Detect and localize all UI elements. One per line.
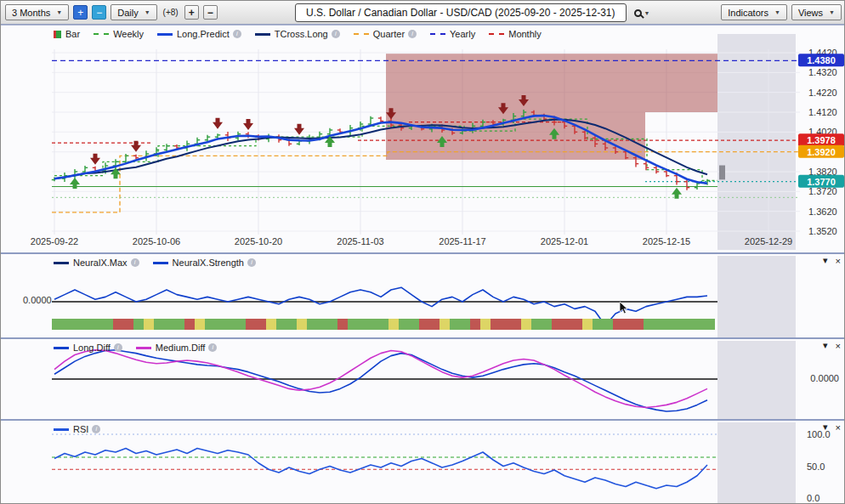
info-icon[interactable]: i <box>92 425 100 433</box>
views-button[interactable]: Views ▼ <box>791 4 842 20</box>
strength-strip-segment <box>195 319 205 330</box>
strength-strip-segment <box>450 319 470 330</box>
long-diff-line <box>54 350 707 411</box>
legend-label: Monthly <box>508 29 542 39</box>
legend-item-long-diff[interactable]: Long.Diffi <box>54 343 122 353</box>
legend-item-medium-diff[interactable]: Medium.Diffi <box>136 343 217 353</box>
strength-strip-segment <box>307 319 337 330</box>
legend-label: NeuralX.Strength <box>173 258 244 268</box>
legend-item-quarter[interactable]: Quarteri <box>354 29 417 39</box>
line-swatch-icon <box>354 33 369 35</box>
legend-label: Yearly <box>450 29 475 39</box>
date-axis-label: 2025-11-17 <box>439 236 485 246</box>
price-chart-panel: 1.44201.43201.42201.41201.40201.39201.38… <box>1 25 845 252</box>
forecast-band <box>717 34 796 250</box>
panel-controls: ▾ × <box>823 422 841 433</box>
chevron-down-icon: ▼ <box>56 9 62 15</box>
toolbar-left-group: 3 Months ▼ + − Daily ▼ (+8) + − <box>5 4 218 20</box>
line-swatch-icon <box>54 347 69 349</box>
strength-strip-segment <box>266 319 276 330</box>
price-chart[interactable]: 1.44201.43201.42201.41201.40201.39201.38… <box>1 25 845 253</box>
panel-collapse-button[interactable]: ▾ <box>823 422 828 433</box>
range-select[interactable]: 3 Months ▼ <box>5 4 69 20</box>
rsi-chart[interactable]: 100.050.00.0 <box>1 421 845 504</box>
panel-controls: ▾ × <box>823 255 841 266</box>
mouse-cursor <box>620 302 632 317</box>
forecast-band <box>717 422 796 504</box>
diff-legend: Long.DiffiMedium.Diffi <box>54 343 217 353</box>
forecast-band <box>717 341 796 419</box>
line-swatch-icon <box>430 33 445 35</box>
indicators-button[interactable]: Indicators ▼ <box>721 4 787 20</box>
legend-label: Long.Diff <box>73 343 111 353</box>
price-bar <box>644 161 649 171</box>
strength-strip-segment <box>613 319 644 330</box>
legend-item-neuralx-max[interactable]: NeuralX.Maxi <box>54 258 139 268</box>
legend-item-long-predict[interactable]: Long.Predicti <box>157 29 241 39</box>
line-swatch-icon <box>489 33 504 35</box>
zoom-in-button[interactable]: + <box>73 5 88 20</box>
bar-swatch-icon <box>54 31 61 38</box>
strength-strip-segment <box>419 319 440 330</box>
toolbar-center-group: U.S. Dollar / Canadian Dollar - USD/CAD … <box>295 3 651 22</box>
line-swatch-icon <box>255 33 270 36</box>
legend-item-rsi[interactable]: RSIi <box>54 424 100 434</box>
neuralx-zero-label: 0.0000 <box>23 295 52 305</box>
price-bar <box>72 169 77 178</box>
legend-item-neuralx-strength[interactable]: NeuralX.Strengthi <box>153 258 256 268</box>
legend-label: Weekly <box>113 29 144 39</box>
line-swatch-icon <box>157 33 173 36</box>
strength-strip-segment <box>348 319 388 330</box>
strength-strip-segment <box>664 319 715 330</box>
toolbar: 3 Months ▼ + − Daily ▼ (+8) + − U.S. Dol… <box>1 1 845 25</box>
price-axis-label: 1.3620 <box>808 207 837 217</box>
bar-offset-label: (+8) <box>163 8 179 17</box>
panel-close-button[interactable]: × <box>836 256 841 266</box>
legend-label: RSI <box>73 424 88 434</box>
legend-item-monthly[interactable]: Monthly <box>489 29 542 39</box>
add-bars-button[interactable]: + <box>184 5 199 20</box>
panel-close-button[interactable]: × <box>836 422 841 433</box>
legend-item-bar[interactable]: Bar <box>54 29 80 39</box>
chevron-down-icon: ▼ <box>829 9 835 15</box>
period-select[interactable]: Daily ▼ <box>111 4 156 20</box>
forecast-bar <box>719 166 725 180</box>
info-icon[interactable]: i <box>233 30 241 38</box>
strength-strip-segment <box>246 319 266 330</box>
panel-collapse-button[interactable]: ▾ <box>823 255 828 266</box>
strength-strip-segment <box>531 319 552 330</box>
neuralx-panel: NeuralX.MaxiNeuralX.Strengthi 0.0000 ▾ × <box>1 252 845 337</box>
strength-strip-segment <box>184 319 195 330</box>
price-badge-value: 1.3770 <box>807 177 836 187</box>
legend-item-yearly[interactable]: Yearly <box>430 29 475 39</box>
date-axis-label: 2025-09-22 <box>31 236 78 246</box>
sell-signal-arrow <box>243 119 253 130</box>
strength-strip-segment <box>552 319 582 330</box>
info-icon[interactable]: i <box>247 258 256 267</box>
line-swatch-icon <box>94 33 109 35</box>
legend-item-weekly[interactable]: Weekly <box>94 29 144 39</box>
search-icon[interactable]: ▼ <box>632 8 652 19</box>
remove-bars-button[interactable]: − <box>203 5 218 20</box>
date-axis-label: 2025-12-01 <box>541 236 588 246</box>
date-axis-label: 2025-12-29 <box>745 236 792 246</box>
info-icon[interactable]: i <box>208 343 217 352</box>
info-icon[interactable]: i <box>332 30 340 38</box>
price-badge-value: 1.3920 <box>807 147 836 157</box>
strength-strip-segment <box>337 319 348 330</box>
forecast-band <box>717 256 796 337</box>
zoom-out-button[interactable]: − <box>92 5 106 20</box>
legend-item-tcross-long[interactable]: TCross.Longi <box>255 29 340 39</box>
info-icon[interactable]: i <box>408 30 417 38</box>
toolbar-right-group: Indicators ▼ Views ▼ <box>721 4 842 20</box>
legend-label: Long.Predict <box>177 29 230 39</box>
chevron-down-icon: ▼ <box>644 10 650 16</box>
info-icon[interactable]: i <box>114 343 122 352</box>
symbol-title-box[interactable]: U.S. Dollar / Canadian Dollar - USD/CAD … <box>295 3 627 22</box>
panel-collapse-button[interactable]: ▾ <box>823 340 828 351</box>
line-swatch-icon <box>54 428 69 431</box>
panel-close-button[interactable]: × <box>836 341 841 351</box>
strength-strip-segment <box>593 319 613 330</box>
info-icon[interactable]: i <box>131 258 139 267</box>
price-badge-value: 1.3978 <box>807 135 836 145</box>
